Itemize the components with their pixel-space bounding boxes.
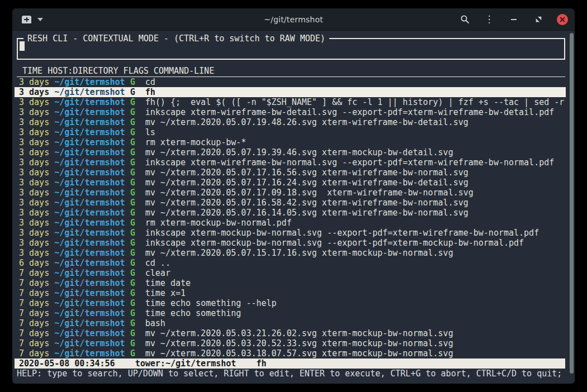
resh-mode-title: RESH CLI - CONTEXTUAL MODE - (CTRL+R to … [23,34,329,44]
directory-cell: ~/git/termshot [54,97,125,107]
flags-cell: G [130,188,135,198]
time-cell: 7 days [19,308,49,318]
history-row[interactable]: 3 days ~/git/termshot G mv ~/xterm.2020.… [15,147,566,157]
window-title: ~/git/termshot [142,15,445,24]
close-button[interactable] [557,14,568,25]
command-cell: inkscape xterm-mockup-bw-normal.svg --ex… [145,228,539,238]
history-row[interactable]: 7 days ~/git/termshot G bash [15,318,566,328]
status-datetime: 2020-05-08 00:34:56 [19,358,115,369]
time-cell: 3 days [19,178,49,188]
flags-cell: G [130,278,135,288]
history-row[interactable]: 3 days ~/git/termshot G rm xterm-mockup-… [15,218,566,228]
time-cell: 3 days [19,208,49,218]
directory-cell: ~/git/termshot [54,218,125,228]
titlebar[interactable]: ~/git/termshot ⋮ [12,8,575,31]
flags-cell: G [130,218,135,228]
history-row[interactable]: 3 days ~/git/termshot G cd [15,77,566,87]
history-row[interactable]: 7 days ~/git/termshot G time echo someth… [15,308,566,318]
history-row[interactable]: 3 days ~/git/termshot G mv ~/xterm.2020.… [15,188,566,198]
flags-cell: G [130,178,135,188]
history-row[interactable]: 7 days ~/git/termshot G time date [15,278,566,288]
history-row[interactable]: 7 days ~/git/termshot G time echo someth… [15,298,566,308]
directory-cell: ~/git/termshot [54,238,125,248]
new-tab-button[interactable] [19,14,34,25]
command-cell: mv ~/xterm.2020.05.07.17.16.56.svg xterm… [145,168,468,178]
flags-cell: G [130,318,135,328]
history-row[interactable]: 3 days ~/git/termshot G inkscape xterm-m… [15,228,566,238]
time-cell: 3 days [19,248,49,258]
history-row[interactable]: 3 days ~/git/termshot G mv ~/xterm.2020.… [15,178,566,188]
text-cursor [20,41,25,51]
command-cell: time echo something --help [145,298,277,308]
time-cell: 3 days [19,77,49,87]
command-cell: mv ~/xterm.2020.05.07.19.48.26.svg xterm… [145,117,468,127]
history-row[interactable]: 3 days ~/git/termshot G fh [15,87,566,97]
history-row[interactable]: 3 days ~/git/termshot G inkscape xterm-w… [15,157,566,168]
command-cell: time x=1 [145,288,186,298]
menu-button[interactable]: ⋮ [483,13,495,26]
time-cell: 6 days [19,258,49,268]
time-cell: 3 days [19,228,49,238]
chevron-down-icon[interactable] [37,18,43,21]
flags-cell: G [130,288,135,298]
directory-cell: ~/git/termshot [54,147,125,157]
history-row[interactable]: 3 days ~/git/termshot G ls [15,127,566,137]
command-cell: mv ~/xterm.2020.05.03.21.26.02.svg xterm… [145,328,453,338]
directory-cell: ~/git/termshot [54,288,125,298]
history-row[interactable]: 6 days ~/git/termshot G cd .. [15,258,566,268]
directory-cell: ~/git/termshot [54,77,125,87]
history-row[interactable]: 7 days ~/git/termshot G mv ~/xterm.2020.… [15,338,566,348]
flags-cell: G [130,348,135,358]
history-row[interactable]: 7 days ~/git/termshot G time x=1 [15,288,566,298]
time-cell: 3 days [19,147,49,157]
flags-cell: G [130,147,135,157]
command-cell: mv ~/xterm.2020.05.07.16.58.42.svg xterm… [145,198,468,208]
history-row[interactable]: 3 days ~/git/termshot G mv ~/xterm.2020.… [15,198,566,208]
directory-cell: ~/git/termshot [54,228,125,238]
command-cell: bash [145,318,165,328]
directory-cell: ~/git/termshot [54,268,125,278]
history-row[interactable]: 3 days ~/git/termshot G mv ~/xterm.2020.… [15,168,566,178]
directory-cell: ~/git/termshot [54,168,125,178]
flags-cell: G [130,238,135,248]
history-row[interactable]: 3 days ~/git/termshot G inkscape xterm-w… [15,107,566,117]
help-line: HELP: type to search, UP/DOWN to select,… [15,369,566,379]
history-row[interactable]: 3 days ~/git/termshot G mv ~/xterm.2020.… [15,117,566,127]
history-row[interactable]: 3 days ~/git/termshot G inkscape xterm-m… [15,238,566,248]
status-host-directory: tower:~/git/termshot [135,358,236,369]
search-icon [460,15,470,24]
flags-cell: G [130,127,135,137]
history-row[interactable]: 7 days ~/git/termshot G mv ~/xterm.2020.… [15,348,566,358]
minimize-button[interactable] [508,13,520,26]
command-cell: mv ~/xterm.2020.05.03.18.07.57.svg xterm… [145,348,453,358]
history-row[interactable]: 3 days ~/git/termshot G fh() {; eval $( … [15,97,566,107]
directory-cell: ~/git/termshot [54,278,125,288]
titlebar-left [19,14,142,25]
command-cell: mv ~/xterm.2020.05.07.17.16.24.svg xterm… [145,178,468,188]
time-cell: 7 days [19,288,49,298]
flags-cell: G [130,308,135,318]
time-cell: 3 days [19,168,49,178]
resh-search-input[interactable]: RESH CLI - CONTEXTUAL MODE - (CTRL+R to … [17,38,565,60]
command-cell: mv ~/xterm.2020.05.07.15.17.16.svg xterm… [145,248,453,258]
history-row[interactable]: 7 days ~/git/termshot G mv ~/xterm.2020.… [15,328,566,338]
time-cell: 7 days [19,348,49,358]
command-cell: cd [145,77,155,87]
flags-cell: G [130,97,135,107]
directory-cell: ~/git/termshot [54,107,125,117]
search-button[interactable] [458,13,471,26]
scrollbar-thumb[interactable] [570,33,574,374]
flags-cell: G [130,258,135,268]
directory-cell: ~/git/termshot [54,198,125,208]
directory-cell: ~/git/termshot [54,318,125,328]
history-row[interactable]: 3 days ~/git/termshot G rm xterm-mockup-… [15,137,566,147]
restore-button[interactable] [532,13,545,26]
history-row[interactable]: 7 days ~/git/termshot G clear [15,268,566,278]
history-row[interactable]: 3 days ~/git/termshot G mv ~/xterm.2020.… [15,208,566,218]
command-cell: rm xterm-mockup-bw-* [145,137,247,147]
history-row[interactable]: 3 days ~/git/termshot G mv ~/xterm.2020.… [15,248,566,258]
directory-cell: ~/git/termshot [54,87,125,97]
time-cell: 3 days [19,97,49,107]
command-cell: inkscape xterm-mockup-bw-normal.svg --ex… [145,238,524,248]
flags-cell: G [130,137,135,147]
